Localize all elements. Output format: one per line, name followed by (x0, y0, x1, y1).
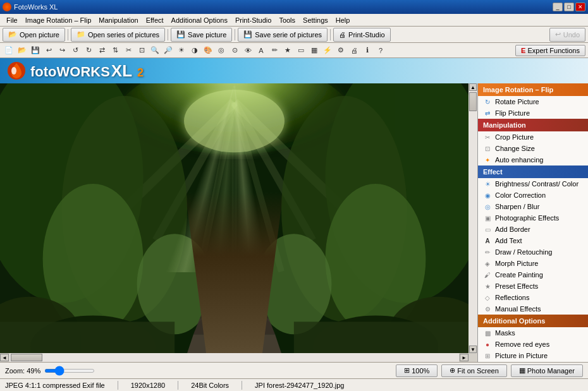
panel-item-manual-effects[interactable]: ⚙ Manual Effects (478, 303, 588, 315)
tb-settings[interactable]: ⚙ (334, 44, 347, 57)
zoom-level: Zoom: 49% (5, 367, 40, 375)
tb-rotate-right[interactable]: ↻ (82, 44, 95, 57)
open-picture-button[interactable]: 📂 Open picture (3, 28, 65, 42)
menu-effect[interactable]: Effect (142, 15, 168, 25)
tb-effects[interactable]: ★ (281, 44, 294, 57)
close-button[interactable]: ✕ (575, 3, 585, 11)
zoom-100-button[interactable]: ⊞ 100% (396, 364, 438, 377)
menu-settings[interactable]: Settings (299, 15, 332, 25)
panel-item-picture-in-picture[interactable]: ⊞ Picture in Picture (478, 350, 588, 361)
tb-text[interactable]: A (255, 44, 267, 57)
tb-red-eye[interactable]: 👁 (242, 44, 254, 57)
horizontal-scrollbar[interactable]: ◄ ► (0, 353, 469, 362)
tb-color[interactable]: 🎨 (202, 44, 214, 57)
section-rotation: ↻ Rotate Picture ⇄ Flip Picture (478, 96, 588, 119)
tb-undo[interactable]: ↩ (42, 44, 55, 57)
scroll-down-arrow[interactable]: ▼ (469, 346, 477, 353)
photo-manager-button[interactable]: ▦ Photo Manager (511, 364, 583, 377)
status-format: JPEG 4:1:1 compressed Exif file (5, 382, 105, 389)
minimize-button[interactable]: _ (553, 3, 563, 11)
tb-border[interactable]: ▭ (295, 44, 307, 57)
vertical-scrollbar[interactable]: ▲ ▼ (469, 83, 477, 353)
menu-manipulation[interactable]: Manipulation (95, 15, 142, 25)
scroll-up-arrow[interactable]: ▲ (469, 83, 477, 91)
panel-item-color-correction[interactable]: ◉ Color Correction (478, 189, 588, 201)
panel-item-sharpen[interactable]: ◎ Sharpen / Blur (478, 201, 588, 212)
panel-item-red-eyes[interactable]: ● Remove red eyes (478, 339, 588, 350)
save-picture-button[interactable]: 💾 Save picture (171, 28, 232, 42)
menu-additional-options[interactable]: Additional Options (168, 15, 231, 25)
tb-new[interactable]: 📄 (3, 44, 15, 57)
menu-image-rotation[interactable]: Image Rotation – Flip (21, 15, 95, 25)
tb-open[interactable]: 📂 (16, 44, 28, 57)
tb-contrast[interactable]: ◑ (188, 44, 201, 57)
tb-print[interactable]: 🖨 (348, 44, 360, 57)
print-studio-button[interactable]: 🖨 Print-Studio (333, 28, 390, 42)
panel-item-text[interactable]: A Add Text (478, 235, 588, 246)
logo-text: fotoWORKSXL 2 (30, 61, 144, 81)
tb-batch[interactable]: ⚡ (321, 44, 334, 57)
tb-resize[interactable]: ⊡ (135, 44, 148, 57)
menu-help[interactable]: Help (332, 15, 354, 25)
menu-print-studio[interactable]: Print-Studio (231, 15, 275, 25)
tb-draw[interactable]: ✏ (268, 44, 281, 57)
tb-flip-h[interactable]: ⇄ (95, 44, 108, 57)
scroll-track[interactable] (469, 91, 477, 346)
tb-zoom-in[interactable]: 🔍 (149, 44, 161, 57)
app-icon (3, 3, 11, 11)
scroll-left-arrow[interactable]: ◄ (0, 354, 9, 361)
folder-series-icon: 📁 (77, 30, 85, 39)
tb-collage[interactable]: ▦ (308, 44, 321, 57)
separator-4 (330, 29, 331, 40)
menu-file[interactable]: File (3, 15, 21, 25)
h-scroll-thumb[interactable] (11, 354, 42, 361)
h-scroll-track[interactable] (9, 353, 459, 362)
tb-blur[interactable]: ⊙ (228, 44, 241, 57)
panel-item-painting[interactable]: 🖌 Create Painting (478, 269, 588, 280)
panel-item-auto-enhance[interactable]: ✦ Auto enhancing (478, 154, 588, 165)
tb-sharpen[interactable]: ◎ (215, 44, 228, 57)
save-series-button[interactable]: 💾 Save serie of pictures (238, 28, 328, 42)
tb-redo[interactable]: ↪ (56, 44, 68, 57)
title-bar-content: FotoWorks XL (3, 3, 58, 11)
scroll-thumb[interactable] (469, 92, 477, 111)
expert-functions-button[interactable]: E Expert Functions (515, 45, 585, 56)
panel-item-border[interactable]: ▭ Add Border (478, 224, 588, 235)
menu-tools[interactable]: Tools (275, 15, 299, 25)
image-canvas[interactable] (0, 83, 469, 353)
tb-crop[interactable]: ✂ (122, 44, 135, 57)
save-icon: 💾 (176, 30, 185, 39)
tb-info[interactable]: ℹ (361, 44, 374, 57)
undo-button[interactable]: ↩ Undo (549, 28, 585, 42)
panel-item-masks[interactable]: ▩ Masks (478, 327, 588, 339)
tb-brightness[interactable]: ☀ (175, 44, 188, 57)
crop-icon: ✂ (483, 133, 492, 141)
tb-rotate-left[interactable]: ↺ (69, 44, 82, 57)
flip-icon: ⇄ (483, 109, 492, 117)
zoom-slider[interactable] (44, 369, 95, 373)
maximize-button[interactable]: □ (564, 3, 574, 11)
open-series-button[interactable]: 📁 Open series of pictures (71, 28, 165, 42)
panel-item-brightness[interactable]: ☀ Brightness/ Contrast/ Color (478, 178, 588, 189)
fit-screen-button[interactable]: ⊕ Fit on Screen (441, 364, 506, 377)
tb-flip-v[interactable]: ⇅ (109, 44, 121, 57)
tb-save[interactable]: 💾 (29, 44, 42, 57)
panel-item-crop[interactable]: ✂ Crop Picture (478, 131, 588, 143)
panel-item-draw[interactable]: ✏ Draw / Retouching (478, 246, 588, 258)
tb-help[interactable]: ? (374, 44, 387, 57)
panel-item-morph[interactable]: ◈ Morph Picture (478, 258, 588, 269)
right-panel: Image Rotation – Flip ↻ Rotate Picture ⇄… (477, 83, 588, 362)
panel-item-preset[interactable]: ★ Preset Effects (478, 280, 588, 292)
separator-2 (168, 29, 168, 40)
tb-zoom-out[interactable]: 🔎 (162, 44, 175, 57)
panel-item-reflections[interactable]: ◇ Reflections (478, 292, 588, 303)
undo-icon: ↩ (555, 30, 561, 39)
panel-item-rotate-picture[interactable]: ↻ Rotate Picture (478, 96, 588, 107)
panel-item-flip-picture[interactable]: ⇄ Flip Picture (478, 107, 588, 119)
scroll-right-arrow[interactable]: ► (460, 354, 469, 361)
panel-item-cliparts[interactable]: 🖼 Insert Cliparts (478, 361, 588, 362)
status-colors: 24Bit Colors (191, 382, 229, 389)
panel-item-photographic[interactable]: ▣ Photographic Effects (478, 212, 588, 224)
zoom-100-icon: ⊞ (404, 366, 410, 375)
panel-item-change-size[interactable]: ⊡ Change Size (478, 143, 588, 154)
